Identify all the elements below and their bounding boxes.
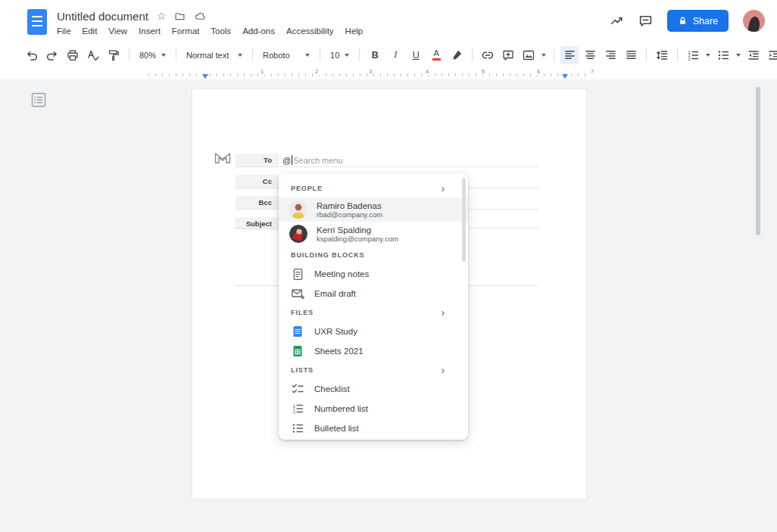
menu-accessibility[interactable]: Accessibility <box>286 26 334 36</box>
to-input-placeholder: Search menu <box>293 156 342 165</box>
section-header-people[interactable]: PEOPLE › <box>279 179 468 198</box>
meeting-notes-icon <box>291 268 304 281</box>
document-status-cloud-icon[interactable] <box>194 11 206 22</box>
underline-button[interactable]: U <box>407 46 425 64</box>
decrease-indent-button[interactable] <box>744 46 763 64</box>
move-folder-icon[interactable] <box>174 11 186 22</box>
undo-button[interactable] <box>23 46 41 64</box>
menu-item-label: UXR Study <box>314 327 357 336</box>
typed-at-mention: @ <box>282 156 291 165</box>
to-field-line <box>236 166 538 167</box>
text-cursor <box>292 155 292 165</box>
menu-insert[interactable]: Insert <box>139 26 161 36</box>
account-avatar[interactable] <box>743 10 765 32</box>
text-color-bar <box>432 58 441 61</box>
align-center-button[interactable] <box>581 46 599 64</box>
document-page[interactable]: To Cc Bcc Subject @ Search menu PEOPLE ›… <box>192 89 587 499</box>
spellcheck-button[interactable] <box>84 46 102 64</box>
star-icon[interactable]: ☆ <box>157 11 167 21</box>
menu-item-email-draft[interactable]: Email draft <box>279 284 468 303</box>
insert-image-button[interactable] <box>520 46 538 64</box>
section-title: PEOPLE <box>291 185 323 192</box>
bulleted-list-button[interactable] <box>714 46 732 64</box>
svg-text:3: 3 <box>688 56 691 61</box>
add-comment-button[interactable] <box>499 46 517 64</box>
ruler-number: 2 <box>314 68 320 75</box>
menu-tools[interactable]: Tools <box>211 26 231 36</box>
menu-format[interactable]: Format <box>172 26 199 36</box>
zoom-select[interactable]: 80% <box>136 46 170 64</box>
underline-label: U <box>413 50 420 61</box>
align-right-button[interactable] <box>601 46 619 64</box>
person-item-ramiro-badenas[interactable]: Ramiro Badenas rbad@company.com <box>279 198 468 222</box>
paint-format-button[interactable] <box>105 46 123 64</box>
ruler-number: 4 <box>424 68 430 75</box>
menu-item-numbered-list[interactable]: 123 Numbered list <box>279 399 468 418</box>
docs-logo-lines-icon <box>32 16 42 29</box>
print-button[interactable] <box>64 46 82 64</box>
menu-item-meeting-notes[interactable]: Meeting notes <box>279 264 468 284</box>
bold-label: B <box>372 50 379 61</box>
menu-item-bulleted-list[interactable]: Bulleted list <box>279 418 468 438</box>
italic-button[interactable]: I <box>386 46 404 64</box>
bulleted-list-icon <box>291 422 304 435</box>
highlight-color-button[interactable] <box>448 46 466 64</box>
menu-edit[interactable]: Edit <box>83 26 98 36</box>
bulleted-list-chevron-icon[interactable] <box>736 54 741 57</box>
person-item-kerri-spalding[interactable]: Kerri Spalding kspalding@company.com <box>279 222 468 246</box>
toolbar-divider <box>252 48 253 61</box>
menu-add-ons[interactable]: Add-ons <box>242 26 275 36</box>
menu-item-checklist[interactable]: Checklist <box>279 379 468 399</box>
menu-item-uxr-study[interactable]: UXR Study <box>279 322 468 341</box>
font-select[interactable]: Roboto <box>259 46 314 64</box>
style-value: Normal text <box>186 51 229 60</box>
numbered-list-button[interactable]: 123 <box>684 46 702 64</box>
avatar <box>289 225 307 243</box>
font-value: Roboto <box>263 51 289 60</box>
toolbar-divider <box>359 48 360 61</box>
image-options-chevron-icon[interactable] <box>541 54 546 57</box>
bold-button[interactable]: B <box>366 46 384 64</box>
zoom-value: 80% <box>139 51 156 60</box>
insert-link-button[interactable] <box>479 46 497 64</box>
google-sheets-file-icon <box>291 345 304 357</box>
bcc-field-label: Bcc <box>236 196 279 209</box>
page-scrollbar[interactable] <box>756 87 760 235</box>
google-docs-logo[interactable] <box>27 9 47 35</box>
menu-item-sheets-2021[interactable]: Sheets 2021 <box>279 341 468 361</box>
menu-item-label: Numbered list <box>314 404 368 413</box>
numbered-list-chevron-icon[interactable] <box>706 54 710 57</box>
indent-marker-left[interactable] <box>202 74 208 79</box>
section-header-lists[interactable]: LISTS › <box>279 361 468 379</box>
indent-marker-right[interactable] <box>562 74 568 79</box>
document-outline-button[interactable] <box>30 92 47 108</box>
section-header-files[interactable]: FILES › <box>279 303 468 322</box>
line-spacing-button[interactable] <box>653 46 671 64</box>
font-size-select[interactable]: 10 <box>326 46 353 64</box>
menu-item-label: Bulleted list <box>314 424 359 433</box>
align-justify-button[interactable] <box>622 46 640 64</box>
comment-history-icon[interactable] <box>638 14 653 28</box>
activity-trend-icon[interactable] <box>610 14 624 28</box>
menu-item-label: Sheets 2021 <box>314 347 364 356</box>
text-color-button[interactable]: A <box>427 46 445 64</box>
toolbar-divider <box>176 48 176 61</box>
share-button[interactable]: Share <box>667 10 729 32</box>
person-name: Ramiro Badenas <box>317 201 382 211</box>
ruler-number: 6 <box>535 68 541 75</box>
section-title: FILES <box>291 309 314 316</box>
ruler-number: 5 <box>480 68 486 75</box>
align-left-button[interactable] <box>560 46 579 64</box>
menu-help[interactable]: Help <box>345 26 364 36</box>
menu-file[interactable]: File <box>57 26 71 36</box>
increase-indent-button[interactable] <box>765 46 777 64</box>
popup-scrollbar[interactable] <box>462 178 466 262</box>
menu-view[interactable]: View <box>108 26 127 36</box>
redo-button[interactable] <box>43 46 61 64</box>
ruler-number: 3 <box>367 68 373 75</box>
paragraph-style-select[interactable]: Normal text <box>183 46 246 64</box>
document-title[interactable]: Untitled document <box>57 10 148 23</box>
ruler-number: 1 <box>259 68 265 75</box>
to-input[interactable]: @ Search menu <box>282 155 343 165</box>
ruler-number: 7 <box>589 68 595 75</box>
